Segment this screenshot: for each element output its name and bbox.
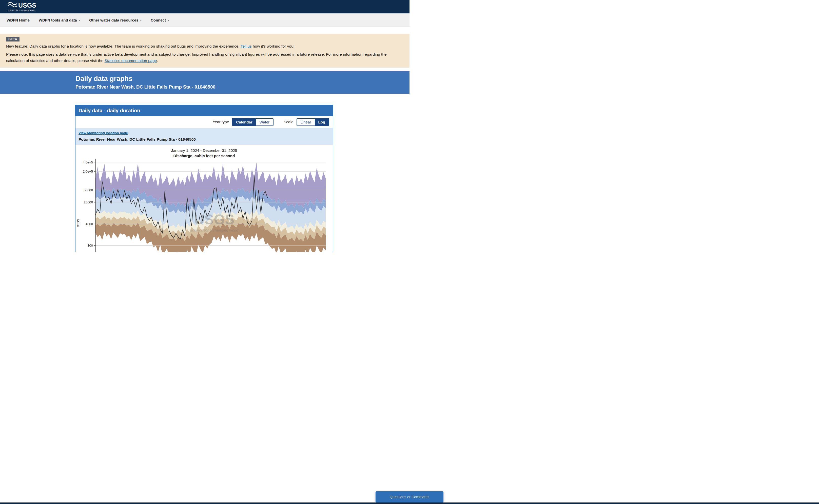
hero-banner: Daily data graphs Potomac River Near Was… (0, 71, 410, 94)
y-tick-label: 2.0e+5 (83, 170, 93, 173)
duration-hydrograph-chart[interactable]: USGSscience for a changing world4.0e+52.… (76, 159, 332, 252)
chevron-down-icon: ▾ (140, 19, 141, 22)
tell-us-link[interactable]: Tell us (241, 44, 252, 48)
chart-parameter-title: Discharge, cubic feet per second (75, 154, 333, 158)
beta-text: how it's working for you! (252, 44, 295, 48)
y-tick-label: 800 (87, 243, 93, 247)
usgs-logo-tagline: science for a changing world (8, 9, 35, 11)
beta-line-1: New feature: Daily data graphs for a loc… (6, 43, 403, 50)
location-info: View Monitoring location page Potomac Ri… (75, 128, 333, 145)
year-type-toggle: Calendar Water (232, 118, 274, 126)
main-nav: WDFN Home WDFN tools and data ▾ Other wa… (0, 13, 410, 27)
chevron-down-icon: ▾ (168, 19, 169, 22)
usgs-watermark-tagline: science for a changing world (190, 228, 239, 232)
statistics-documentation-link[interactable]: Statistics documentation page (105, 58, 157, 63)
nav-label: WDFN Home (7, 18, 30, 22)
y-tick-label: 50000 (84, 188, 93, 192)
y-axis-title: ft^3/s (76, 218, 80, 226)
nav-label: Other water data resources (89, 18, 138, 22)
chart-area: January 1, 2024 - December 31, 2025 Disc… (75, 145, 333, 252)
chart-date-range: January 1, 2024 - December 31, 2025 (75, 148, 333, 153)
y-tick-label: 4000 (86, 222, 93, 226)
beta-text: Please note, this page uses a data servi… (6, 52, 387, 63)
scale-linear-button[interactable]: Linear (297, 119, 315, 125)
station-name: Potomac River Near Wash, DC Little Falls… (78, 137, 330, 142)
nav-item-wdfn-tools-and-data[interactable]: WDFN tools and data ▾ (39, 18, 80, 22)
nav-item-wdfn-home[interactable]: WDFN Home (7, 18, 30, 22)
y-tick-label: 4.0e+5 (83, 160, 93, 164)
daily-data-card: Daily data - daily duration Year type Ca… (75, 105, 333, 252)
beta-badge: BETA (6, 37, 19, 41)
main-content: Daily data - daily duration Year type Ca… (0, 105, 410, 252)
page-title: Daily data graphs (75, 75, 410, 83)
year-type-label: Year type (213, 120, 229, 124)
beta-text: . (157, 58, 158, 63)
year-type-water-button[interactable]: Water (256, 119, 273, 125)
beta-line-2: Please note, this page uses a data servi… (6, 51, 403, 64)
nav-item-connect[interactable]: Connect ▾ (151, 18, 169, 22)
monitoring-location-link[interactable]: View Monitoring location page (78, 131, 128, 135)
nav-item-other-water-data-resources[interactable]: Other water data resources ▾ (89, 18, 141, 22)
beta-text: New feature: Daily data graphs for a loc… (6, 44, 241, 48)
usgs-logo-text: USGS (18, 2, 36, 9)
scale-label: Scale (284, 120, 294, 124)
nav-label: WDFN tools and data (39, 18, 77, 22)
station-subtitle: Potomac River Near Wash, DC Little Falls… (75, 84, 410, 90)
beta-banner: BETA New feature: Daily data graphs for … (0, 34, 410, 68)
scale-toggle: Linear Log (297, 118, 329, 126)
year-type-calendar-button[interactable]: Calendar (233, 119, 256, 125)
card-header: Daily data - daily duration (75, 105, 333, 116)
usgs-logo-graphic: USGS science for a changing world (7, 1, 40, 12)
site-header: USGS science for a changing world (0, 0, 410, 13)
wave-icon (8, 2, 17, 7)
chart-controls: Year type Calendar Water Scale Linear Lo… (75, 116, 333, 128)
nav-label: Connect (151, 18, 166, 22)
scale-log-button[interactable]: Log (315, 119, 329, 125)
chevron-down-icon: ▾ (79, 19, 80, 22)
y-tick-label: 20000 (84, 200, 93, 204)
usgs-logo[interactable]: USGS science for a changing world (7, 1, 40, 13)
